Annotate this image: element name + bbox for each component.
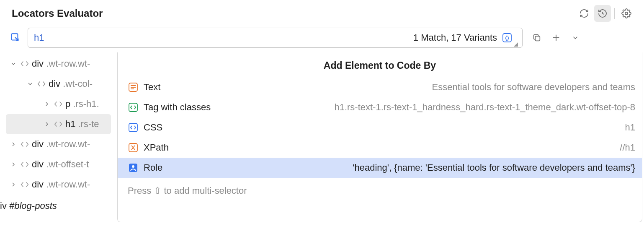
search-actions [528, 29, 584, 46]
popup-option-text[interactable]: TextEssential tools for software develop… [118, 77, 642, 97]
node-tag: div [32, 139, 44, 150]
tag-icon [20, 59, 29, 68]
panel-title: Locators Evaluator [12, 8, 103, 19]
node-tag: p [65, 99, 70, 109]
popup-option-tag[interactable]: Tag with classesh1.rs-text-1.rs-text-1_h… [118, 97, 642, 117]
node-classes: .wt-row.wt- [46, 179, 90, 190]
caret-icon[interactable] [43, 101, 51, 107]
popup-option-role[interactable]: Role'heading', {name: 'Essential tools f… [118, 158, 642, 178]
divider [614, 8, 615, 19]
locator-input[interactable] [34, 32, 413, 43]
svg-point-0 [625, 12, 628, 15]
tag-icon [20, 140, 29, 149]
expand-button[interactable] [567, 29, 584, 46]
tag-icon [54, 120, 63, 129]
resize-notch-icon [514, 42, 518, 47]
footer-tag: iv [0, 200, 7, 211]
node-tag: div [32, 58, 44, 69]
panel-header: Locators Evaluator [0, 0, 644, 24]
node-tag: div [49, 78, 60, 89]
popup-option-xpath[interactable]: XPath//h1 [118, 138, 642, 158]
node-classes: .wt-row.wt- [46, 139, 90, 150]
option-value: //h1 [174, 142, 635, 153]
tree-row[interactable]: h1 .rs-te [6, 114, 111, 134]
xpath-icon [128, 142, 139, 153]
tree-row[interactable]: div .wt-row.wt- [6, 54, 111, 74]
tree-row[interactable]: div .wt-row.wt- [6, 134, 111, 154]
tree-row[interactable]: div .wt-offset-t [6, 154, 111, 174]
tree-row[interactable]: div .wt-row.wt- [6, 174, 111, 195]
role-icon [128, 162, 139, 173]
option-label: Tag with classes [144, 102, 211, 113]
node-classes: .wt-row.wt- [46, 58, 90, 69]
node-tag: div [32, 159, 44, 170]
tree-row[interactable]: div .wt-col- [6, 74, 111, 94]
node-tag: h1 [65, 119, 75, 130]
add-element-popup: Add Element to Code By TextEssential too… [117, 52, 642, 222]
option-value: h1.rs-text-1.rs-text-1_hardness_hard.rs-… [216, 102, 635, 113]
search-row: 1 Match, 17 Variants ⟨⟩ [0, 24, 644, 51]
node-tag: div [32, 179, 44, 190]
tag-icon [128, 102, 139, 113]
text-icon [128, 82, 139, 93]
copy-button[interactable] [528, 29, 545, 46]
element-picker-button[interactable] [9, 32, 22, 43]
node-classes: .wt-col- [63, 78, 93, 89]
add-button[interactable] [548, 29, 564, 46]
popup-title: Add Element to Code By [118, 60, 642, 71]
tag-icon [37, 79, 46, 88]
svg-rect-4 [535, 36, 540, 41]
footer-id: #blog-posts [9, 200, 57, 211]
caret-icon[interactable] [9, 181, 18, 188]
header-actions [576, 5, 635, 22]
option-value: h1 [167, 122, 635, 133]
popup-option-css[interactable]: CSSh1 [118, 117, 642, 138]
refresh-button[interactable] [576, 5, 592, 22]
caret-icon[interactable] [9, 161, 18, 168]
popup-footer-hint: Press ⇧ to add multi-selector [118, 185, 642, 202]
node-classes: .rs-te [78, 119, 99, 130]
match-count: 1 Match, 17 Variants [413, 32, 497, 43]
caret-icon[interactable] [9, 141, 18, 148]
history-refresh-button[interactable] [594, 5, 611, 22]
svg-point-10 [132, 165, 134, 168]
node-classes: .rs-h1. [73, 99, 99, 109]
locator-input-box[interactable]: 1 Match, 17 Variants ⟨⟩ [28, 28, 523, 48]
option-label: XPath [144, 142, 169, 153]
option-label: CSS [144, 122, 162, 133]
tag-icon [20, 160, 29, 169]
option-label: Text [144, 82, 160, 93]
popup-options: TextEssential tools for software develop… [118, 77, 642, 178]
tag-icon [54, 99, 63, 109]
svg-text:⟨⟩: ⟨⟩ [505, 35, 509, 41]
option-value: Essential tools for software developers … [165, 82, 635, 93]
caret-icon[interactable] [43, 121, 51, 128]
dom-tree[interactable]: div .wt-row.wt-div .wt-col-p .rs-h1.h1 .… [0, 51, 111, 197]
node-classes: .wt-offset-t [46, 159, 89, 170]
tree-row[interactable]: p .rs-h1. [6, 94, 111, 114]
caret-icon[interactable] [26, 81, 34, 87]
css-selector-type-icon[interactable]: ⟨⟩ [501, 32, 513, 44]
settings-button[interactable] [618, 5, 635, 22]
tag-icon [20, 180, 29, 189]
css-icon [128, 122, 139, 133]
option-value: 'heading', {name: 'Essential tools for s… [167, 162, 635, 173]
caret-icon[interactable] [9, 60, 18, 67]
option-label: Role [144, 162, 162, 173]
